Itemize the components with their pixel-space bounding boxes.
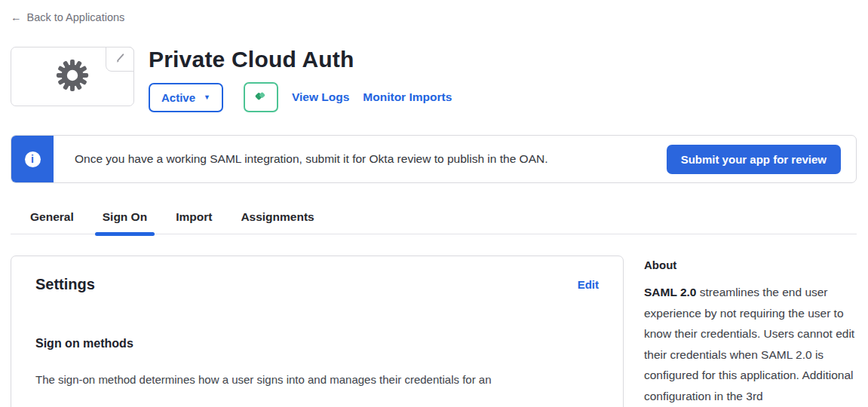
tab-sign-on-label: Sign On: [103, 210, 147, 223]
chevron-down-icon: ▼: [204, 94, 210, 101]
app-tabs: General Sign On Import Assignments: [11, 210, 857, 234]
back-arrow-icon: ←: [11, 11, 22, 23]
app-header-main: Private Cloud Auth Active ▼ View Logs Mo…: [149, 47, 452, 112]
back-to-applications-link[interactable]: ← Back to Applications: [11, 11, 124, 23]
view-logs-link[interactable]: View Logs: [292, 90, 349, 104]
edit-logo-button[interactable]: [106, 47, 134, 72]
about-sidebar: About SAML 2.0 streamlines the end user …: [644, 256, 857, 406]
settings-card: Settings Edit Sign on methods The sign-o…: [11, 256, 624, 407]
header-actions: Active ▼ View Logs Monitor Imports: [149, 82, 452, 112]
about-body: streamlines the end user experience by n…: [644, 286, 854, 402]
content-row: Settings Edit Sign on methods The sign-o…: [11, 256, 857, 407]
edit-settings-link[interactable]: Edit: [578, 278, 599, 291]
status-label: Active: [161, 91, 195, 104]
page-title: Private Cloud Auth: [149, 47, 452, 72]
settings-card-header: Settings Edit: [35, 276, 599, 293]
submit-app-for-review-button[interactable]: Submit your app for review: [667, 145, 841, 174]
app-header: Private Cloud Auth Active ▼ View Logs Mo…: [11, 47, 857, 112]
active-tab-indicator: [95, 232, 155, 236]
about-heading: About: [644, 259, 857, 271]
info-banner-message: Once you have a working SAML integration…: [75, 152, 547, 166]
tab-general-label: General: [30, 210, 74, 223]
status-dropdown[interactable]: Active ▼: [149, 83, 223, 112]
info-icon: i: [25, 151, 41, 167]
sign-on-methods-heading: Sign on methods: [35, 337, 599, 350]
info-banner: i Once you have a working SAML integrati…: [11, 135, 857, 183]
settings-title: Settings: [35, 276, 95, 293]
sign-on-methods-description: The sign-on method determines how a user…: [35, 373, 599, 386]
gear-icon: [52, 55, 93, 99]
info-banner-strip: i: [11, 136, 54, 182]
tab-general[interactable]: General: [23, 210, 81, 234]
about-text: SAML 2.0 streamlines the end user experi…: [644, 282, 857, 406]
partner-handshake-button[interactable]: [244, 82, 278, 112]
app-settings-page: ← Back to Applications: [0, 0, 868, 407]
about-lead-bold: SAML 2.0: [644, 286, 697, 298]
tab-import-label: Import: [176, 210, 212, 223]
tab-sign-on[interactable]: Sign On: [95, 210, 155, 234]
tab-assignments-label: Assignments: [241, 210, 314, 223]
tab-import[interactable]: Import: [168, 210, 219, 234]
pencil-icon: [115, 52, 126, 66]
app-logo-card: [11, 47, 134, 106]
monitor-imports-link[interactable]: Monitor Imports: [363, 90, 452, 104]
back-link-label: Back to Applications: [27, 11, 125, 23]
handshake-icon: [253, 89, 268, 106]
tab-assignments[interactable]: Assignments: [233, 210, 321, 234]
